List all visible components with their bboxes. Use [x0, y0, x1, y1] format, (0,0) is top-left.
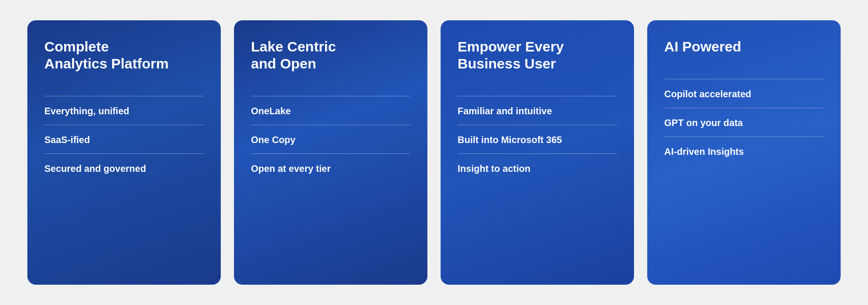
card-1-items: Everything, unified SaaS-ified Secured a…: [44, 96, 204, 182]
card-3-item-2: Built into Microsoft 365: [458, 125, 617, 153]
card-1-item-3: Secured and governed: [44, 153, 204, 182]
card-2-title: Lake Centricand Open: [251, 38, 410, 72]
card-lake-centric: Lake Centricand Open OneLake One Copy Op…: [234, 20, 427, 285]
card-4-title: AI Powered: [664, 38, 824, 55]
card-2-item-1: OneLake: [251, 96, 410, 125]
card-3-item-1: Familiar and intuitive: [458, 96, 617, 125]
card-2-item-2: One Copy: [251, 125, 410, 153]
card-4-item-3: AI-driven Insights: [664, 136, 824, 165]
card-4-item-2: GPT on your data: [664, 108, 824, 136]
card-empower-business: Empower EveryBusiness User Familiar and …: [441, 20, 634, 285]
card-4-items: Copilot accelerated GPT on your data AI-…: [664, 79, 824, 165]
card-2-items: OneLake One Copy Open at every tier: [251, 96, 410, 182]
card-2-item-3: Open at every tier: [251, 153, 410, 182]
card-3-item-3: Insight to action: [458, 153, 617, 182]
card-3-title: Empower EveryBusiness User: [458, 38, 617, 72]
card-ai-powered: AI Powered Copilot accelerated GPT on yo…: [647, 20, 841, 285]
cards-container: CompleteAnalytics Platform Everything, u…: [0, 0, 868, 305]
card-1-item-2: SaaS-ified: [44, 125, 204, 153]
card-1-title: CompleteAnalytics Platform: [44, 38, 204, 72]
card-complete-analytics: CompleteAnalytics Platform Everything, u…: [27, 20, 221, 285]
card-3-items: Familiar and intuitive Built into Micros…: [458, 96, 617, 182]
card-4-item-1: Copilot accelerated: [664, 79, 824, 108]
card-1-item-1: Everything, unified: [44, 96, 204, 125]
